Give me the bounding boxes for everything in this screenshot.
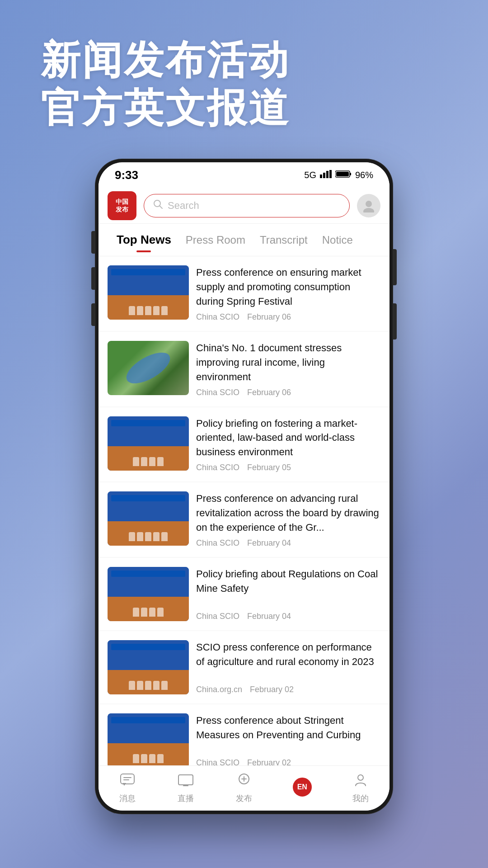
news-date: February 02 xyxy=(250,685,294,694)
news-thumbnail xyxy=(108,341,189,395)
news-source: China SCIO xyxy=(196,612,239,621)
news-title: SCIO press conference on performance of … xyxy=(196,640,380,669)
news-source: China SCIO xyxy=(196,758,239,765)
news-title: Press conference on advancing rural revi… xyxy=(196,491,380,535)
news-thumbnail xyxy=(108,491,189,546)
news-item[interactable]: China's No. 1 document stresses improvin… xyxy=(99,332,389,406)
news-date: February 04 xyxy=(247,538,291,547)
tab-navigation: Top News Press Room Transcript Notice xyxy=(99,224,389,256)
publish-icon xyxy=(236,773,252,790)
tv-icon xyxy=(178,773,194,790)
svg-rect-5 xyxy=(350,173,351,175)
app-header-text: 新闻发布活动 官方英文报道 xyxy=(41,36,447,132)
news-item[interactable]: Policy briefing on fostering a market-or… xyxy=(99,407,389,482)
tab-top-news[interactable]: Top News xyxy=(109,224,178,256)
en-badge: EN xyxy=(293,778,312,797)
news-meta: China SCIO February 04 xyxy=(196,612,380,621)
news-meta: China.org.cn February 02 xyxy=(196,685,380,694)
news-date: February 06 xyxy=(247,388,291,397)
news-source: China SCIO xyxy=(196,312,239,321)
news-source: China SCIO xyxy=(196,463,239,472)
svg-point-9 xyxy=(366,201,372,207)
tab-live-label: 直播 xyxy=(178,793,194,804)
avatar[interactable] xyxy=(357,194,380,217)
news-thumbnail xyxy=(108,713,189,765)
bottom-tabbar: 消息 直播 xyxy=(99,765,389,811)
news-thumbnail xyxy=(108,567,189,621)
person-icon xyxy=(354,773,367,790)
status-bar: 9:33 5G xyxy=(99,162,389,188)
bottom-tab-mine[interactable]: 我的 xyxy=(331,773,389,804)
app-logo: 中国 发布 xyxy=(108,191,136,220)
news-meta: China SCIO February 02 xyxy=(196,758,380,765)
header-line2: 官方英文报道 xyxy=(41,84,447,132)
battery-icon xyxy=(335,170,352,180)
news-title: China's No. 1 document stresses improvin… xyxy=(196,341,380,384)
news-date: February 02 xyxy=(247,758,291,765)
tab-mine-label: 我的 xyxy=(352,793,369,804)
tab-publish-label: 发布 xyxy=(236,793,252,804)
status-icons: 5G 96% xyxy=(304,170,373,180)
svg-point-20 xyxy=(358,775,363,780)
status-time: 9:33 xyxy=(115,168,138,182)
svg-rect-1 xyxy=(323,173,325,178)
news-source: China.org.cn xyxy=(196,685,242,694)
news-title: Policy briefing about Regulations on Coa… xyxy=(196,567,380,596)
news-item[interactable]: Press conference about Stringent Measure… xyxy=(99,704,389,765)
tab-notice[interactable]: Notice xyxy=(315,224,360,256)
news-content: China's No. 1 document stresses improvin… xyxy=(196,341,380,397)
signal-icon: 5G xyxy=(304,170,316,180)
tab-messages-label: 消息 xyxy=(119,793,136,804)
svg-rect-0 xyxy=(320,175,322,178)
news-title: Press conference on ensuring market supp… xyxy=(196,265,380,309)
logo-line1: 中国 xyxy=(116,198,128,206)
bottom-tab-live[interactable]: 直播 xyxy=(157,773,215,804)
news-content: Policy briefing about Regulations on Coa… xyxy=(196,567,380,621)
header-line1: 新闻发布活动 xyxy=(41,36,447,84)
news-content: Press conference on advancing rural revi… xyxy=(196,491,380,548)
search-bar[interactable]: Search xyxy=(144,194,350,217)
news-list: Press conference on ensuring market supp… xyxy=(99,256,389,765)
phone-screen: 9:33 5G xyxy=(99,162,389,811)
svg-rect-14 xyxy=(178,775,193,785)
tab-press-room[interactable]: Press Room xyxy=(178,224,253,256)
app-top-header: 中国 发布 Search xyxy=(99,188,389,224)
logo-line2: 发布 xyxy=(116,206,128,213)
bottom-tab-publish[interactable]: 发布 xyxy=(215,773,273,804)
news-item[interactable]: Policy briefing about Regulations on Coa… xyxy=(99,558,389,630)
news-date: February 06 xyxy=(247,312,291,321)
signal-bars-icon xyxy=(320,170,332,180)
search-placeholder-text: Search xyxy=(168,200,199,212)
news-content: Policy briefing on fostering a market-or… xyxy=(196,416,380,473)
svg-point-10 xyxy=(363,208,374,212)
battery-percent: 96% xyxy=(355,170,373,180)
news-meta: China SCIO February 06 xyxy=(196,388,380,397)
news-meta: China SCIO February 06 xyxy=(196,312,380,322)
news-item[interactable]: SCIO press conference on performance of … xyxy=(99,631,389,703)
news-content: Press conference on ensuring market supp… xyxy=(196,265,380,322)
news-content: SCIO press conference on performance of … xyxy=(196,640,380,694)
svg-rect-11 xyxy=(121,774,134,784)
phone-frame: 9:33 5G xyxy=(95,159,393,814)
news-thumbnail xyxy=(108,640,189,694)
news-title: Press conference about Stringent Measure… xyxy=(196,713,380,742)
news-item[interactable]: Press conference on ensuring market supp… xyxy=(99,256,389,331)
news-thumbnail xyxy=(108,265,189,320)
news-date: February 04 xyxy=(247,612,291,621)
news-title: Policy briefing on fostering a market-or… xyxy=(196,416,380,460)
news-meta: China SCIO February 05 xyxy=(196,463,380,472)
svg-rect-3 xyxy=(329,170,332,178)
news-content: Press conference about Stringent Measure… xyxy=(196,713,380,765)
svg-line-8 xyxy=(160,206,163,209)
bottom-tab-messages[interactable]: 消息 xyxy=(99,773,157,804)
news-source: China SCIO xyxy=(196,538,239,547)
svg-rect-2 xyxy=(326,171,328,178)
news-item[interactable]: Press conference on advancing rural revi… xyxy=(99,482,389,557)
tab-transcript[interactable]: Transcript xyxy=(253,224,315,256)
bottom-tab-en[interactable]: EN xyxy=(273,778,331,799)
news-source: China SCIO xyxy=(196,388,239,397)
news-thumbnail xyxy=(108,416,189,471)
chat-icon xyxy=(120,773,135,790)
news-date: February 05 xyxy=(247,463,291,472)
search-icon xyxy=(153,199,163,212)
